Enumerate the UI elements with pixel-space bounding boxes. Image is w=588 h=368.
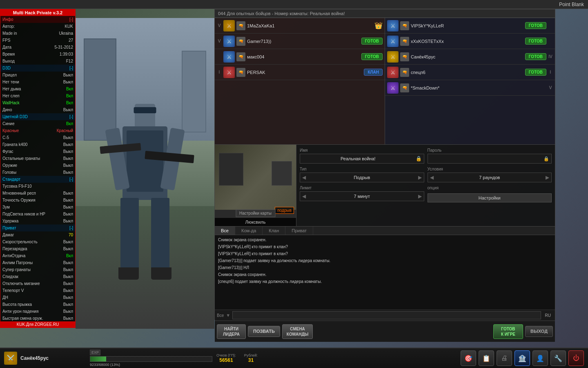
find-leader-button[interactable]: НАЙТИ ЛИДЕРА: [217, 324, 246, 339]
hack-section-item: Время1:39:03: [0, 51, 75, 58]
setting-name: Имя Реальная война! 🔒: [300, 148, 424, 164]
hack-section-item: Граната k400Выкл: [0, 141, 75, 148]
hack-section-item: ПерезарядкаВыкл: [0, 245, 75, 252]
player-weapon-icon: 🔫: [236, 21, 245, 30]
change-team-button[interactable]: СМЕНА КОМАНДЫ: [282, 324, 313, 339]
player-info: ⚔️ Санёк45рус: [4, 352, 86, 365]
hack-section-item: СиниеВкл: [0, 120, 75, 127]
hack-section-item: Цветной D3D[-]: [0, 113, 75, 120]
chat-tab-ком-да[interactable]: Ком-да: [235, 227, 263, 235]
exp-bar-fill: [90, 357, 106, 361]
hack-section-item: Мгновенный респВыкл: [0, 190, 75, 197]
player-name: VIPSkY*KyLLeR: [411, 23, 523, 28]
player-row[interactable]: ⚔ 🔫 VIPSkY*KyLLeR ГОТОВ: [385, 18, 555, 34]
hack-section-item: Остальные гранатыВыкл: [0, 155, 75, 162]
player-row[interactable]: ⚔ 🔫 Санёк45рус ГОТОВ IV: [385, 49, 555, 65]
player-name: *SmackDown*: [411, 85, 546, 90]
limit-prev-arrow[interactable]: ◀: [302, 193, 306, 199]
type-next-arrow[interactable]: ▶: [418, 175, 422, 180]
name-label: Имя: [300, 148, 424, 153]
points-stat: Очков (ГП): 56561: [216, 353, 236, 363]
chat-message: [VIPSkY*KyLLeR] кто примит в клан?: [218, 244, 552, 250]
hack-section-item: КрасныеКрасный: [0, 127, 75, 134]
exit-button[interactable]: ВЫХОД: [525, 326, 553, 337]
hack-section-item: ОружиеВыкл: [0, 162, 75, 169]
player-avatar: ⚔: [387, 36, 399, 47]
conditions-next-arrow[interactable]: ▶: [546, 175, 549, 180]
chat-messages: Снимок экрана сохранен.[VIPSkY*KyLLeR] к…: [215, 235, 555, 310]
player-row[interactable]: I ⚔ 🔫 PERSAK КЛАН: [215, 65, 385, 80]
type-label: Тип: [300, 167, 424, 171]
bottom-icon-target[interactable]: 🎯: [461, 350, 476, 366]
option-label: опция: [428, 186, 552, 190]
player-row[interactable]: V ⚔ 🔫 Gamer713)) ГОТОВ: [215, 34, 385, 49]
player-row[interactable]: ⚔ 🔫 макс004 ГОТОВ: [215, 49, 385, 65]
hack-panel: Multi Hack Private v.3.2 Инфо[-]Автор:KU…: [0, 9, 76, 328]
hack-section-item: Автор:KUK: [0, 23, 75, 30]
team-left: V ⚔ 🔫 1MaZaXaKa1 👑 V ⚔ 🔫 Gamer713)) ГОТО…: [215, 18, 385, 144]
ready-badge: ГОТОВ: [525, 69, 546, 76]
ready-button[interactable]: ГОТОВ К ИГРЕ: [493, 324, 523, 339]
settings-button[interactable]: Настройки: [428, 193, 552, 202]
hack-section-item: Быстрая смена оруж.Выкл: [0, 315, 75, 322]
invite-button[interactable]: ПОЗВАТЬ: [248, 326, 280, 337]
conditions-prev-arrow[interactable]: ◀: [430, 175, 434, 180]
bottom-icon-settings[interactable]: 🔧: [550, 350, 566, 366]
ready-badge: ГОТОВ: [525, 22, 546, 29]
player-rank: V: [548, 85, 553, 90]
player-row[interactable]: ⚔ 🔫 *SmackDown* V: [385, 80, 555, 96]
hack-section-item: WallHackВкл: [0, 99, 75, 106]
bottom-icon-shop[interactable]: 🏦: [514, 350, 530, 366]
chat-tabs: ВсеКом-даКланПриват: [215, 227, 555, 235]
hack-section-item: АнтиОтдачаВкл: [0, 252, 75, 259]
chat-message: [спецп6] подает заявку на должность лиде…: [218, 278, 552, 285]
hack-section-item: Стандарт[-]: [0, 176, 75, 183]
map-settings-button[interactable]: Настройки карты: [236, 209, 275, 217]
player-row[interactable]: ⚔ 🔫 спецп6 ГОТОВ I: [385, 65, 555, 80]
stats-area: Очков (ГП): 56561 Рублей: 31: [216, 353, 457, 363]
chat-tab-все[interactable]: Все: [215, 227, 235, 235]
soldier-area: [76, 18, 214, 329]
chat-area: ВсеКом-даКланПриват Снимок экрана сохран…: [215, 227, 555, 321]
player-avatar: ⚔️: [4, 352, 17, 365]
room-panel: 044 Для опытных бойцов - Номер комнаты: …: [214, 9, 555, 320]
hack-section-item: Отключить миганиеВыкл: [0, 280, 75, 287]
chat-input[interactable]: [232, 311, 541, 319]
hack-section-item: ФугасВыкл: [0, 148, 75, 155]
player-weapon-icon: 🔫: [236, 52, 245, 61]
hack-section-item: ПрицелВыкл: [0, 72, 75, 79]
hack-section-item: Анлим ПатроныВыкл: [0, 259, 75, 266]
bottom-icon-user[interactable]: 👤: [532, 350, 548, 366]
player-name: макс004: [247, 54, 360, 59]
bottom-icon-power[interactable]: ⏻: [568, 350, 584, 366]
hack-section-item: D3D[-]: [0, 65, 75, 72]
map-type-label: подрыв: [275, 207, 294, 214]
chat-input-row: Все ▼ RU: [215, 310, 555, 321]
map-settings: подрыв Люксвиль Настройки карты Имя Реал…: [215, 145, 555, 227]
hack-section-item: FPS27: [0, 37, 75, 44]
exp-text: 9233/68000 (13%): [90, 363, 212, 367]
chat-tab-приват[interactable]: Приват: [285, 227, 313, 235]
player-name: спецп6: [411, 70, 523, 75]
points-label: Очков (ГП):: [216, 353, 236, 357]
room-header: 044 Для опытных бойцов - Номер комнаты: …: [215, 9, 555, 18]
player-weapon-icon: 🔫: [400, 21, 409, 30]
hack-section-item: Инфо[-]: [0, 16, 75, 23]
teams-area: V ⚔ 🔫 1MaZaXaKa1 👑 V ⚔ 🔫 Gamer713)) ГОТО…: [215, 18, 555, 145]
map-name: Люксвиль: [215, 218, 296, 226]
player-row[interactable]: ⚔ 🔫 xXxKOSTETxXx ГОТОВ: [385, 34, 555, 49]
limit-next-arrow[interactable]: ▶: [418, 193, 422, 199]
player-name: xXxKOSTETxXx: [411, 39, 523, 44]
rubles-stat: Рублей: 31: [244, 353, 258, 363]
chat-tab-клан[interactable]: Клан: [263, 227, 285, 235]
type-prev-arrow[interactable]: ◀: [302, 175, 306, 180]
bottom-icon-list[interactable]: 📋: [479, 350, 494, 366]
player-name: Санёк45рус: [20, 355, 49, 361]
type-value: Подрыв: [307, 175, 416, 180]
player-row[interactable]: V ⚔ 🔫 1MaZaXaKa1 👑: [215, 18, 385, 34]
player-name: Gamer713)): [247, 39, 360, 44]
chat-dropdown-icon[interactable]: ▼: [226, 313, 230, 318]
bottom-icon-print[interactable]: 🖨: [497, 350, 512, 366]
setting-conditions: Условия ◀ 7 раундов ▶: [428, 167, 552, 182]
ready-badge: ГОТОВ: [525, 38, 546, 45]
